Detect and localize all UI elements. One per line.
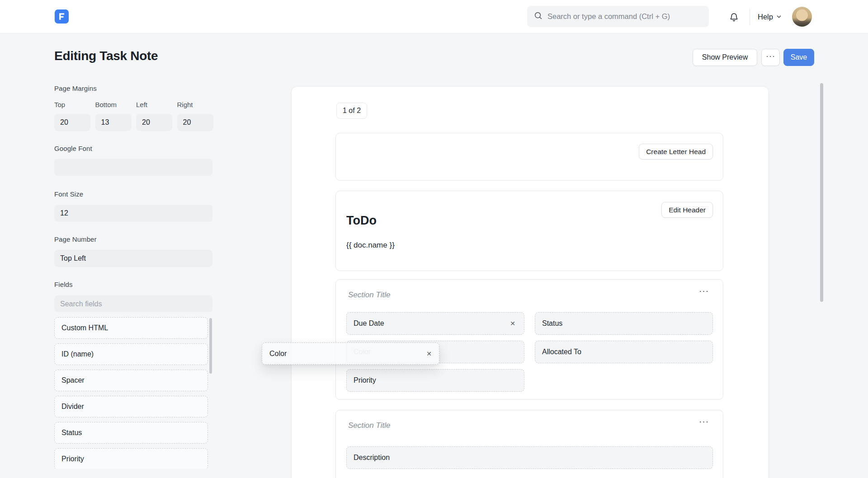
fields-list: Custom HTML ID (name) Spacer Divider Sta…: [54, 317, 212, 469]
google-font-input[interactable]: [54, 159, 212, 176]
more-options-button[interactable]: ···: [761, 49, 780, 66]
page-title: Editing Task Note: [54, 49, 158, 63]
slot-allocated-to[interactable]: Allocated To: [535, 341, 713, 363]
slot-status-label: Status: [542, 319, 562, 328]
remove-field-icon[interactable]: ✕: [426, 350, 432, 357]
page-number-select[interactable]: Top Left: [54, 250, 212, 267]
margin-top-label: Top: [54, 101, 90, 108]
margin-right-input[interactable]: [177, 114, 213, 131]
fields-label: Fields: [54, 281, 73, 288]
edit-header-button[interactable]: Edit Header: [661, 202, 713, 218]
field-item-divider[interactable]: Divider: [54, 396, 208, 417]
global-search-input[interactable]: Search or type a command (Ctrl + G): [527, 6, 709, 27]
slot-description-label: Description: [354, 454, 390, 462]
section-2-title[interactable]: Section Title: [348, 421, 390, 430]
frappe-logo-icon[interactable]: [55, 9, 69, 23]
chevron-down-icon: [776, 13, 782, 21]
drag-ghost-label: Color: [269, 350, 287, 358]
field-item-id-name[interactable]: ID (name): [54, 343, 208, 365]
margin-top-input[interactable]: [54, 114, 90, 131]
google-font-label: Google Font: [54, 145, 92, 152]
page-indicator-badge: 1 of 2: [336, 103, 367, 119]
print-format-page: 1 of 2 Create Letter Head Edit Header To…: [292, 87, 769, 478]
main-scrollbar[interactable]: [820, 83, 823, 302]
font-size-label: Font Size: [54, 190, 83, 198]
doc-title: ToDo: [346, 214, 377, 228]
margin-left-input[interactable]: [136, 114, 172, 131]
margin-bottom-label: Bottom: [95, 101, 132, 108]
user-avatar[interactable]: [792, 7, 812, 27]
create-letterhead-button[interactable]: Create Letter Head: [639, 144, 713, 159]
save-button[interactable]: Save: [783, 49, 814, 66]
slot-priority-label: Priority: [354, 376, 376, 384]
page-margins-label: Page Margins: [54, 84, 97, 92]
notifications-bell-icon[interactable]: [727, 10, 741, 24]
help-label: Help: [758, 13, 773, 21]
margin-bottom-input[interactable]: [95, 114, 132, 131]
slot-due-date[interactable]: Due Date ✕: [346, 312, 524, 335]
page-number-label: Page Number: [54, 235, 97, 243]
field-item-spacer[interactable]: Spacer: [54, 370, 208, 391]
margin-left-label: Left: [136, 101, 172, 108]
margin-right-label: Right: [177, 101, 213, 108]
doc-name-template: {{ doc.name }}: [346, 241, 395, 250]
section-1-title[interactable]: Section Title: [348, 291, 390, 300]
navbar-divider: [750, 9, 750, 25]
remove-field-icon[interactable]: ✕: [508, 319, 517, 328]
field-item-priority[interactable]: Priority: [54, 448, 208, 469]
slot-priority[interactable]: Priority: [346, 369, 524, 392]
navbar: Search or type a command (Ctrl + G) Help: [0, 0, 868, 33]
fields-list-scrollbar[interactable]: [209, 318, 212, 374]
slot-allocated-to-label: Allocated To: [542, 348, 581, 356]
search-icon: [534, 11, 542, 22]
show-preview-button[interactable]: Show Preview: [693, 49, 757, 66]
field-item-status[interactable]: Status: [54, 422, 208, 444]
letterhead-block[interactable]: Create Letter Head: [335, 133, 723, 181]
slot-description[interactable]: Description: [346, 446, 713, 469]
section-2-menu-icon[interactable]: ···: [699, 417, 709, 426]
slot-due-date-label: Due Date: [354, 319, 384, 328]
document-header-block[interactable]: Edit Header ToDo {{ doc.name }}: [335, 191, 723, 271]
slot-status[interactable]: Status: [535, 312, 713, 335]
section-1-menu-icon[interactable]: ···: [699, 286, 709, 296]
drag-ghost-color-field[interactable]: Color ✕: [262, 342, 439, 365]
help-menu[interactable]: Help: [758, 11, 782, 23]
page-margins-group: Top Bottom Left Right: [54, 101, 212, 131]
field-item-custom-html[interactable]: Custom HTML: [54, 317, 208, 339]
fields-search-input[interactable]: [54, 295, 212, 312]
section-1: Section Title ··· Due Date ✕ Status Colo…: [335, 279, 723, 400]
search-placeholder: Search or type a command (Ctrl + G): [547, 12, 670, 21]
section-2: Section Title ··· Description: [335, 410, 723, 478]
font-size-input[interactable]: [54, 205, 212, 222]
